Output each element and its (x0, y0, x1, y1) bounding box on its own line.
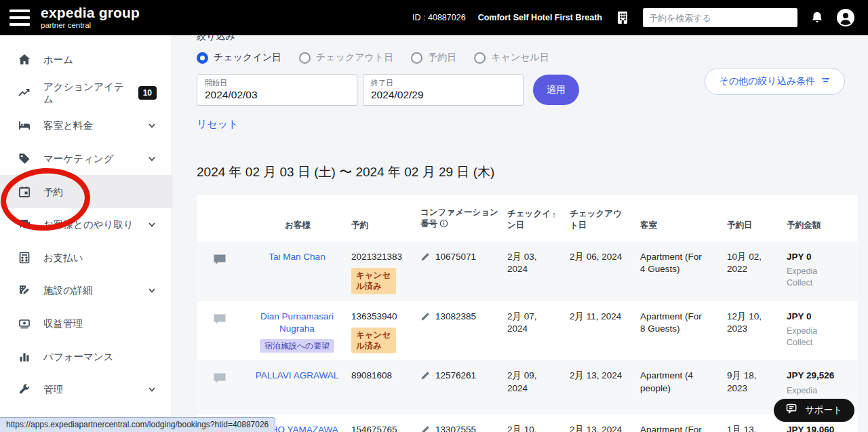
column-header-booked-date[interactable]: 予約日 (727, 220, 787, 241)
sort-asc-icon: ↑ (552, 210, 556, 221)
chevron-down-icon (147, 121, 157, 130)
end-date-label: 終了日 (371, 78, 515, 88)
table-row[interactable]: SHIHO YAMAZAWA 宿泊施設への要望 154675765 133075… (197, 414, 858, 432)
support-button[interactable]: サポート (774, 399, 854, 422)
row-chat-icon[interactable] (197, 370, 250, 385)
room-type: Apartment (For 8 Guests) (640, 311, 715, 335)
column-header-checkin[interactable]: チェックイン日↑ (507, 208, 560, 241)
booking-number: 2021321383 (351, 252, 402, 262)
edit-pencil-icon[interactable] (420, 371, 430, 384)
sidebar-item-label: マーケティング (43, 153, 142, 165)
status-bar-url: https://apps.expediapartnercentral.com/l… (0, 417, 275, 432)
guest-name-link[interactable]: PALLAVI AGRAWAL (256, 370, 338, 382)
radio-チェックアウト日[interactable]: チェックアウト日 (299, 52, 393, 64)
guest-name-link[interactable]: Tai Man Chan (269, 251, 325, 263)
top-bar: expedia group partner central ID : 40887… (0, 0, 868, 35)
bed-icon (18, 119, 31, 132)
info-icon[interactable] (439, 219, 448, 231)
calculator-icon (18, 251, 31, 264)
collect-type: Expedia Collect (787, 326, 826, 349)
sidebar-item-marketing[interactable]: マーケティング (0, 142, 172, 176)
booking-amount: JPY 19,060 (787, 424, 851, 432)
property-id: ID : 40887026 (412, 13, 466, 22)
table-row[interactable]: Tai Man Chan 2021321383 キャンセル済み 10675071… (197, 241, 858, 301)
column-header-chat (197, 231, 250, 241)
property-name: Comfort Self Hotel First Breath (478, 13, 602, 22)
booking-number: 89081608 (351, 370, 392, 380)
building-icon[interactable] (614, 9, 631, 26)
confirmation-number: 10675071 (435, 251, 476, 263)
bookings-table: お客様 予約 コンファメーション番号 チェックイン日↑ チェックアウト日 客室 … (197, 195, 858, 432)
booking-search-box (643, 8, 797, 27)
end-date-field[interactable]: 終了日 2024/02/29 (363, 74, 524, 106)
radio-label: チェックアウト日 (316, 52, 393, 64)
sidebar-item-payments[interactable]: お支払い (0, 241, 172, 275)
guest-name-link[interactable]: Dian Purnamasari Nugraha (250, 311, 344, 335)
radio-キャンセル日[interactable]: キャンセル日 (474, 52, 549, 64)
expedia-group-logo[interactable]: expedia group partner central (41, 5, 140, 30)
search-input[interactable] (644, 9, 797, 26)
start-date-field[interactable]: 開始日 2024/02/03 (197, 74, 357, 106)
edit-property-icon (18, 283, 31, 297)
column-header-checkout[interactable]: チェックアウト日 (570, 208, 628, 241)
column-header-amount[interactable]: 予約金額 (787, 220, 858, 241)
chevron-down-icon (147, 385, 157, 394)
edit-pencil-icon[interactable] (420, 312, 430, 325)
sidebar-item-guest-messages[interactable]: お客様とのやり取り (0, 208, 172, 241)
filter-section-label: 絞り込み (197, 35, 868, 43)
logo-line1: expedia group (41, 5, 140, 20)
radio-circle-icon (411, 52, 422, 64)
start-date-value: 2024/02/03 (205, 89, 349, 101)
sidebar-item-label: 施設の詳細 (43, 284, 142, 296)
checkin-date: 2月 10, 2024 (507, 424, 561, 432)
calendar-icon (18, 185, 31, 199)
row-chat-icon[interactable] (197, 311, 250, 326)
account-avatar-icon[interactable] (837, 9, 854, 26)
booking-amount: JPY 0 (787, 251, 851, 263)
radio-予約日[interactable]: 予約日 (411, 52, 456, 64)
sidebar-item-revenue-management[interactable]: 収益管理 (0, 307, 172, 340)
sidebar-item-rooms-rates[interactable]: 客室と料金 (0, 109, 172, 142)
radio-label: チェックイン日 (214, 52, 281, 64)
sidebar-item-property-details[interactable]: 施設の詳細 (0, 274, 172, 307)
checkout-date: 2月 13, 2024 (570, 370, 640, 382)
logo-line2: partner central (41, 22, 140, 30)
booked-date: 10月 02, 2022 (727, 251, 780, 275)
column-header-booking[interactable]: 予約 (351, 220, 420, 241)
sidebar-item-action-items[interactable]: アクションアイテム 10 (0, 77, 172, 110)
sidebar-item-performance[interactable]: パフォーマンス (0, 340, 172, 373)
hamburger-menu-icon[interactable] (9, 9, 30, 26)
sidebar-item-label: お客様とのやり取り (43, 218, 142, 231)
radio-チェックイン日[interactable]: チェックイン日 (197, 52, 281, 64)
more-filters-button[interactable]: その他の絞り込み条件 (705, 68, 845, 95)
booked-date: 9月 18, 2023 (727, 370, 780, 394)
reset-link[interactable]: リセット (197, 118, 238, 131)
edit-pencil-icon[interactable] (420, 425, 430, 432)
notifications-bell-icon[interactable] (810, 10, 825, 25)
sidebar-item-label: ホーム (43, 54, 157, 66)
date-range-heading: 2024 年 02 月 03 日 (土) 〜 2024 年 02 月 29 日 … (197, 163, 868, 181)
column-header-room[interactable]: 客室 (640, 220, 727, 241)
main-content: 絞り込み チェックイン日チェックアウト日予約日キャンセル日 開始日 2024/0… (172, 35, 868, 432)
chevron-down-icon (147, 286, 157, 295)
booked-date: 1月 13, 2024 (727, 424, 780, 432)
table-row[interactable]: PALLAVI AGRAWAL 89081608 12576261 2月 09,… (197, 360, 858, 414)
apply-button[interactable]: 適用 (533, 75, 579, 105)
checkout-date: 2月 11, 2024 (570, 311, 640, 323)
sidebar-item-bookings[interactable]: 予約 (0, 175, 172, 208)
chevron-down-icon (147, 154, 157, 163)
column-header-confirmation[interactable]: コンファメーション番号 (420, 207, 507, 241)
sidebar-item-admin[interactable]: 管理 (0, 373, 172, 406)
row-chat-icon[interactable] (197, 251, 250, 266)
column-header-guest[interactable]: お客様 (250, 220, 351, 241)
more-filters-label: その他の絞り込み条件 (719, 75, 815, 87)
edit-pencil-icon[interactable] (420, 252, 430, 265)
sidebar-item-label: 管理 (43, 383, 142, 395)
table-row[interactable]: Dian Purnamasari Nugraha 宿泊施設への要望 136353… (197, 301, 858, 361)
table-body: Tai Man Chan 2021321383 キャンセル済み 10675071… (197, 241, 858, 432)
sidebar-item-home[interactable]: ホーム (0, 43, 172, 77)
confirmation-number: 13307555 (435, 424, 476, 432)
sidebar-item-label: 収益管理 (43, 317, 157, 330)
trend-icon (18, 86, 31, 100)
room-type: Apartment (4 people) (640, 370, 715, 394)
